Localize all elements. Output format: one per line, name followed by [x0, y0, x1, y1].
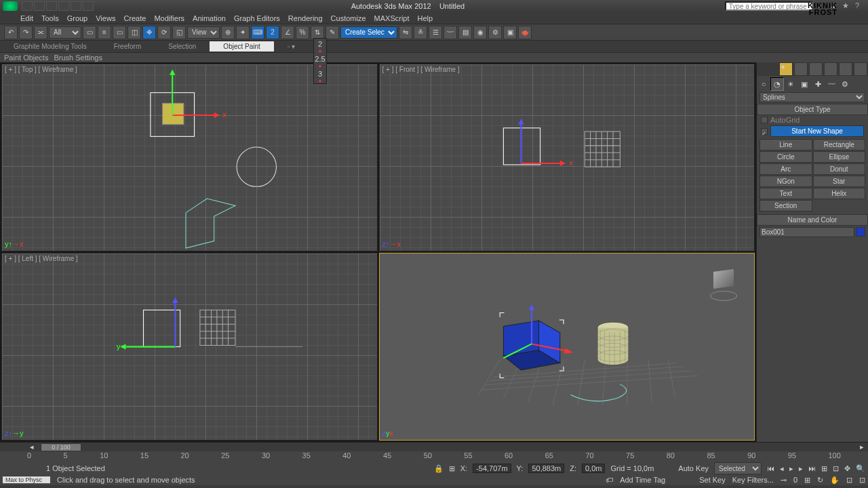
next-frame-icon[interactable]: ▸ — [799, 464, 803, 473]
utilities-tab-icon[interactable] — [854, 62, 867, 76]
select-region-icon[interactable]: ▭ — [113, 26, 126, 39]
manip-icon[interactable]: ✦ — [236, 26, 250, 39]
scale-icon[interactable]: ◱ — [172, 26, 186, 39]
obj-ngon-button[interactable]: NGon — [760, 176, 812, 187]
keyboard-shortcut-icon[interactable]: ⌨ — [251, 26, 264, 39]
modify-tab-icon[interactable] — [794, 62, 808, 76]
autokey-button[interactable]: Auto Key — [678, 464, 709, 472]
object-color-swatch[interactable] — [856, 227, 865, 237]
track-bar[interactable]: 0510 152025 303540 455055 606570 758085 … — [0, 451, 868, 462]
cameras-icon[interactable]: ▣ — [797, 77, 811, 91]
obj-text-button[interactable]: Text — [760, 188, 812, 199]
nav-icon[interactable]: 🔍 — [856, 464, 865, 473]
menu-tools[interactable]: Tools — [41, 14, 59, 22]
tab-objectpaint[interactable]: Object Paint — [210, 41, 273, 52]
menu-help[interactable]: Help — [418, 14, 433, 22]
hierarchy-tab-icon[interactable] — [809, 62, 823, 76]
timetag-icon[interactable]: 🏷 — [606, 476, 613, 484]
nav-icon[interactable]: ⊡ — [859, 476, 865, 485]
link-icon[interactable]: ⫘ — [34, 26, 47, 39]
select-name-icon[interactable]: ≡ — [98, 26, 111, 39]
angle-snap-icon[interactable]: ∠ — [281, 26, 294, 39]
rollout-object-type[interactable]: Object Type — [757, 104, 868, 115]
panel-brushsettings[interactable]: Brush Settings — [54, 54, 102, 62]
help-icon[interactable]: ? — [855, 1, 865, 11]
key-icon[interactable]: ⊸ — [781, 476, 787, 485]
render-frame-icon[interactable]: ▣ — [503, 26, 517, 39]
ref-coord-select[interactable]: View — [187, 26, 220, 39]
setkey-button[interactable]: Set Key — [699, 476, 726, 484]
render-setup-icon[interactable]: ⚙ — [488, 26, 502, 39]
render-icon[interactable]: 🫖 — [518, 26, 532, 39]
geometry-icon[interactable]: ○ — [757, 77, 770, 91]
tab-graphite[interactable]: Graphite Modeling Tools — [0, 41, 100, 52]
x-coord-input[interactable]: -54,707m — [473, 464, 511, 473]
play-icon[interactable]: ▸ — [789, 464, 793, 473]
qa-btn[interactable] — [34, 1, 45, 11]
systems-icon[interactable]: ⚙ — [838, 77, 852, 91]
menu-rendering[interactable]: Rendering — [288, 14, 323, 22]
panel-paintobjects[interactable]: Paint Objects — [4, 54, 48, 62]
keyfilters-button[interactable]: Key Filters... — [732, 476, 774, 484]
viewport-perspective[interactable]: zyx — [379, 253, 755, 441]
named-selection-select[interactable]: Create Selection S — [340, 26, 397, 39]
viewport-label[interactable]: [ + ] [ Left ] [ Wireframe ] — [5, 255, 78, 262]
menu-animation[interactable]: Animation — [193, 14, 226, 22]
qa-btn[interactable] — [58, 1, 69, 11]
autogrid-checkbox[interactable] — [761, 117, 768, 123]
menu-create[interactable]: Create — [123, 14, 146, 22]
category-dropdown[interactable]: Splines — [760, 92, 865, 102]
obj-rectangle-button[interactable]: Rectangle — [813, 139, 866, 150]
obj-section-button[interactable]: Section — [760, 200, 812, 211]
display-tab-icon[interactable] — [839, 62, 852, 76]
ribbon-expand-icon[interactable]: ◦ ▾ — [274, 41, 309, 52]
obj-line-button[interactable]: Line — [760, 139, 812, 150]
startnewshape-checkbox[interactable] — [761, 128, 768, 135]
helpers-icon[interactable]: ✚ — [811, 77, 825, 91]
lights-icon[interactable]: ☀ — [784, 77, 797, 91]
nav-icon[interactable]: ⊡ — [846, 476, 852, 485]
lock-icon[interactable]: 🔒 — [434, 464, 443, 473]
curve-editor-icon[interactable]: 〰 — [443, 26, 457, 39]
rotate-icon[interactable]: ⟳ — [157, 26, 171, 39]
qa-btn[interactable] — [22, 1, 33, 11]
nav-icon[interactable]: ⊡ — [833, 464, 839, 473]
qa-btn[interactable] — [71, 1, 81, 11]
obj-helix-button[interactable]: Helix — [813, 188, 866, 199]
xyz-icon[interactable]: ⊞ — [449, 464, 455, 473]
current-frame-input[interactable]: 0 — [793, 476, 797, 484]
menu-group[interactable]: Group — [67, 14, 88, 22]
menu-modifiers[interactable]: Modifiers — [154, 14, 184, 22]
viewport-left[interactable]: [ + ] [ Left ] [ Wireframe ] y — [1, 253, 378, 441]
keymode-select[interactable]: Selected — [714, 462, 762, 474]
star-icon[interactable]: ★ — [842, 1, 852, 11]
obj-donut-button[interactable]: Donut — [813, 163, 866, 175]
obj-circle-button[interactable]: Circle — [760, 151, 812, 163]
object-name-input[interactable] — [760, 227, 854, 237]
spinner-snap-icon[interactable]: ⇅ — [311, 26, 324, 39]
snap-25d[interactable]: 2.5▲ — [314, 54, 326, 68]
add-time-tag[interactable]: Add Time Tag — [620, 476, 665, 484]
select-icon[interactable]: ▭ — [83, 26, 96, 39]
mirror-icon[interactable]: ⇋ — [399, 26, 412, 39]
qa-btn[interactable] — [46, 1, 57, 11]
redo-icon[interactable]: ↷ — [19, 26, 33, 39]
create-tab-icon[interactable]: ✦ — [779, 62, 793, 76]
tab-freeform[interactable]: Freeform — [100, 41, 155, 52]
undo-icon[interactable]: ↶ — [4, 26, 18, 39]
maxscript-listener[interactable]: Max to Physc — [3, 476, 50, 483]
menu-views[interactable]: Views — [96, 14, 115, 22]
shapes-icon[interactable]: ◔ — [770, 77, 784, 91]
z-coord-input[interactable]: 0,0m — [582, 464, 605, 473]
prev-frame-icon[interactable]: ◂ — [780, 464, 784, 473]
nav-icon[interactable]: ✋ — [830, 476, 840, 485]
obj-arc-button[interactable]: Arc — [760, 163, 812, 175]
snap-toggle-icon[interactable]: 2 — [266, 26, 279, 39]
menu-maxscript[interactable]: MAXScript — [374, 14, 410, 22]
menu-customize[interactable]: Customize — [331, 14, 366, 22]
start-new-shape-button[interactable]: Start New Shape — [770, 125, 864, 137]
pivot-icon[interactable]: ⊕ — [221, 26, 235, 39]
nav-icon[interactable]: ⊞ — [821, 464, 827, 473]
y-coord-input[interactable]: 50,883m — [528, 464, 564, 473]
layers-icon[interactable]: ☰ — [429, 26, 442, 39]
